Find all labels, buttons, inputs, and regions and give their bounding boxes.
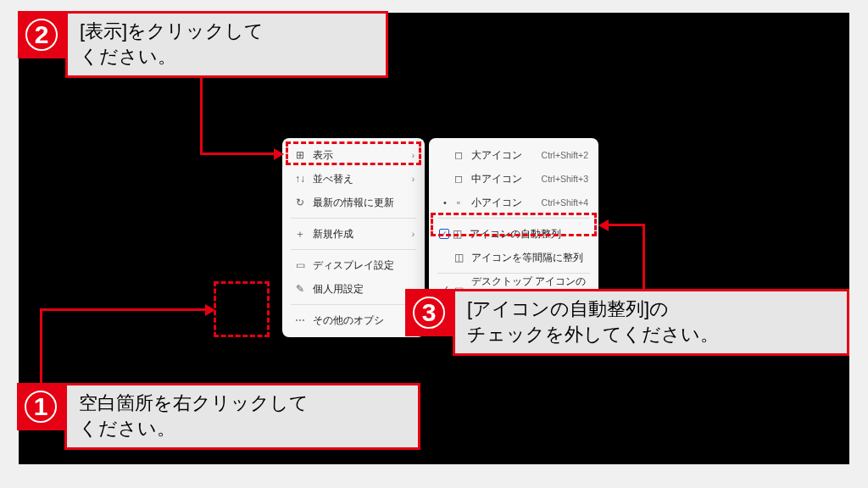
large-icon: ◻ [451, 149, 466, 161]
grid-icon: ◫ [451, 252, 466, 263]
menu-item-align-grid[interactable]: ◫ アイコンを等間隔に整列 [432, 246, 595, 269]
paint-icon: ✎ [292, 283, 308, 295]
menu-item-sort[interactable]: ↑↓ 並べ替え › [286, 167, 421, 191]
annotation-connector [607, 224, 644, 226]
annotation-text: 空白箇所を右クリックしてください。 [64, 383, 420, 450]
menu-label: 小アイコン [466, 196, 542, 210]
annotation-step-1: 1 空白箇所を右クリックしてください。 [17, 383, 420, 450]
menu-label: 新規作成 [308, 227, 412, 241]
chevron-right-icon: › [412, 175, 415, 184]
menu-separator [437, 273, 590, 274]
annotation-connector [643, 224, 645, 291]
menu-item-display-settings[interactable]: ▭ ディスプレイ設定 [286, 253, 421, 277]
step-number-badge: 1 [17, 383, 64, 430]
annotation-step-2: 2 [表示]をクリックしてください。 [18, 11, 388, 78]
menu-label: その他のオプシ [308, 313, 415, 328]
annotation-connector [40, 308, 42, 385]
menu-item-refresh[interactable]: ↻ 最新の情報に更新 [286, 191, 421, 214]
menu-item-personalize[interactable]: ✎ 個人用設定 [286, 277, 421, 301]
plus-icon: ＋ [292, 227, 308, 241]
menu-item-small-icons[interactable]: • ▫ 小アイコン Ctrl+Shift+4 [432, 191, 595, 214]
shortcut-text: Ctrl+Shift+4 [542, 197, 588, 208]
context-menu-primary: ⊞ 表示 › ↑↓ 並べ替え › ↻ 最新の情報に更新 ＋ 新規作成 › ▭ デ… [282, 138, 425, 337]
radio-indicator: • [439, 197, 451, 208]
menu-separator [291, 304, 416, 305]
chevron-right-icon: › [412, 230, 415, 239]
more-icon: ⋯ [292, 314, 308, 326]
refresh-icon: ↻ [292, 197, 308, 208]
menu-item-more-options[interactable]: ⋯ その他のオプシ [286, 308, 421, 332]
menu-label: 中アイコン [466, 172, 542, 186]
menu-label: ディスプレイ設定 [308, 258, 415, 273]
menu-item-medium-icons[interactable]: ◻ 中アイコン Ctrl+Shift+3 [432, 167, 595, 191]
annotation-connector [200, 78, 203, 154]
menu-item-large-icons[interactable]: ◻ 大アイコン Ctrl+Shift+2 [432, 143, 595, 167]
medium-icon: ◻ [451, 173, 466, 185]
arrowhead-icon [274, 148, 284, 160]
menu-separator [291, 249, 416, 250]
highlight-auto-arrange [431, 213, 597, 236]
highlight-view-item [286, 141, 421, 165]
menu-label: 大アイコン [466, 148, 542, 163]
monitor-icon: ▭ [292, 259, 308, 271]
small-icon: ▫ [451, 197, 466, 208]
menu-label: 個人用設定 [308, 282, 415, 297]
annotation-text: [表示]をクリックしてください。 [65, 11, 388, 78]
sort-icon: ↑↓ [292, 173, 308, 185]
shortcut-text: Ctrl+Shift+3 [542, 174, 588, 184]
step-number-badge: 3 [405, 289, 453, 336]
annotation-connector [200, 152, 276, 155]
annotation-text: [アイコンの自動整列]のチェックを外してください。 [453, 289, 849, 356]
menu-label: 並べ替え [308, 172, 412, 186]
menu-item-new[interactable]: ＋ 新規作成 › [286, 222, 421, 246]
highlight-empty-area [214, 281, 270, 337]
step-number-badge: 2 [18, 11, 65, 58]
menu-separator [291, 218, 416, 219]
arrowhead-icon [598, 219, 609, 231]
annotation-step-3: 3 [アイコンの自動整列]のチェックを外してください。 [405, 289, 849, 356]
menu-label: アイコンを等間隔に整列 [466, 251, 588, 265]
annotation-connector [40, 308, 208, 311]
shortcut-text: Ctrl+Shift+2 [542, 150, 588, 160]
menu-label: 最新の情報に更新 [308, 196, 415, 210]
